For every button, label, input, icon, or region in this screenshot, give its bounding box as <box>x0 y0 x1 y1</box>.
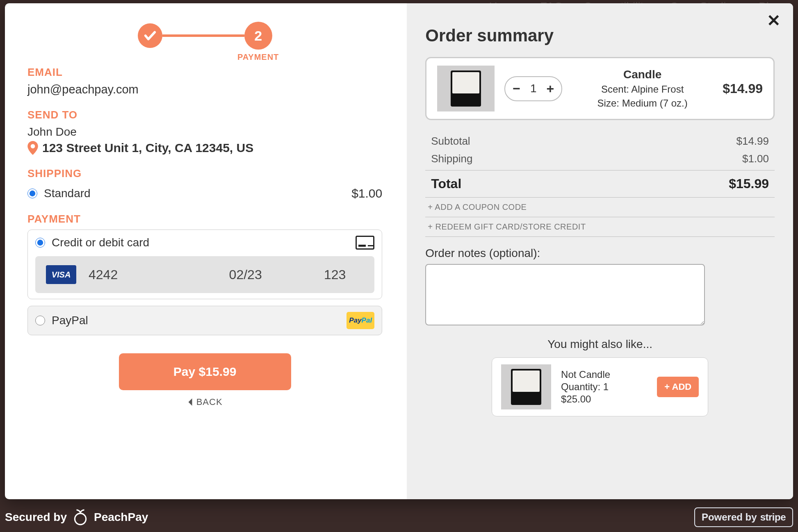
close-button[interactable]: ✕ <box>767 12 781 29</box>
order-summary-panel: ✕ Order summary − 1 + Candle Scent: Alpi… <box>407 3 793 499</box>
payment-option-paypal[interactable]: PayPal PayPal <box>27 306 382 335</box>
sendto-section-label: SEND TO <box>27 109 382 121</box>
stripe-prefix: Powered by <box>702 512 757 523</box>
cart-item-thumbnail <box>437 66 495 111</box>
subtotal-row: Subtotal $14.99 <box>425 132 775 150</box>
recipient-address: 123 Street Unit 1, City, CA 12345, US <box>42 141 253 155</box>
visa-badge: VISA <box>46 265 76 284</box>
secured-by-label: Secured by <box>5 511 67 524</box>
qty-decrement-button[interactable]: − <box>513 81 520 96</box>
checkmark-icon <box>143 29 157 43</box>
qty-increment-button[interactable]: + <box>547 81 554 96</box>
subtotal-label: Subtotal <box>431 135 736 148</box>
cart-item-attr-scent: Scent: Alpine Frost <box>572 84 713 95</box>
shipping-option-price: $1.00 <box>351 186 382 200</box>
quantity-stepper: − 1 + <box>504 76 562 101</box>
upsell-qty: Quantity: 1 <box>561 381 647 393</box>
cart-item-price: $14.99 <box>723 81 763 96</box>
redeem-giftcard-link[interactable]: + REDEEM GIFT CARD/STORE CREDIT <box>425 217 775 237</box>
shipping-sum-value: $1.00 <box>742 152 769 165</box>
total-row: Total $15.99 <box>425 170 775 197</box>
address-row: 123 Street Unit 1, City, CA 12345, US <box>27 141 382 155</box>
secured-by-brand: Secured by PeachPay <box>5 509 148 526</box>
total-value: $15.99 <box>729 176 769 191</box>
chevron-left-icon <box>187 398 193 406</box>
email-section-label: EMAIL <box>27 66 382 79</box>
upsell-title: You might also like... <box>425 338 775 351</box>
back-button[interactable]: BACK <box>187 397 223 407</box>
stripe-wordmark: stripe <box>760 512 786 523</box>
checkout-stepper: 2 PAYMENT <box>27 22 382 50</box>
svg-point-0 <box>75 514 86 525</box>
order-notes-textarea[interactable] <box>425 264 705 325</box>
step-2-current: 2 PAYMENT <box>244 22 272 50</box>
footer-bar: Secured by PeachPay Powered by stripe <box>5 507 793 527</box>
shipping-radio-standard[interactable] <box>27 189 37 198</box>
card-input-row[interactable]: VISA 4242 02/23 123 <box>35 256 374 293</box>
card-expiry-field[interactable]: 02/23 <box>197 267 294 282</box>
upsell-name: Not Candle <box>561 369 647 380</box>
upsell-add-button[interactable]: + ADD <box>657 377 699 397</box>
credit-card-icon <box>356 236 374 250</box>
peachpay-wordmark: PeachPay <box>94 511 148 524</box>
step-1-complete <box>138 23 162 48</box>
shipping-row: Shipping $1.00 <box>425 150 775 168</box>
add-coupon-link[interactable]: + ADD A COUPON CODE <box>425 197 775 217</box>
upsell-thumbnail <box>501 364 551 409</box>
shipping-option-label: Standard <box>44 187 91 200</box>
location-pin-icon <box>27 141 38 155</box>
paypal-icon: PayPal <box>347 312 374 329</box>
card-number-field[interactable]: 4242 <box>89 267 185 282</box>
payment-card-label: Credit or debit card <box>52 236 149 249</box>
shipping-option-standard[interactable]: Standard $1.00 <box>27 186 382 200</box>
checkout-modal: 2 PAYMENT EMAIL john@peachpay.com SEND T… <box>5 3 793 499</box>
shipping-sum-label: Shipping <box>431 152 742 165</box>
order-notes-label: Order notes (optional): <box>425 247 775 260</box>
recipient-name: John Doe <box>27 125 382 139</box>
payment-radio-card[interactable] <box>35 238 45 248</box>
email-value: john@peachpay.com <box>27 83 382 96</box>
cart-item-name: Candle <box>572 68 713 81</box>
pay-button[interactable]: Pay $15.99 <box>119 353 291 390</box>
step-connector <box>162 34 244 37</box>
subtotal-value: $14.99 <box>736 135 769 148</box>
payment-paypal-label: PayPal <box>52 314 88 327</box>
payment-option-card[interactable]: Credit or debit card VISA 4242 02/23 123 <box>27 230 382 299</box>
upsell-card: Not Candle Quantity: 1 $25.00 + ADD <box>492 357 708 416</box>
powered-by-stripe-badge: Powered by stripe <box>694 507 793 527</box>
qty-value: 1 <box>530 82 537 95</box>
shipping-section-label: SHIPPING <box>27 167 382 180</box>
total-label: Total <box>431 176 729 191</box>
card-cvv-field[interactable]: 123 <box>306 267 364 282</box>
back-label: BACK <box>196 397 223 407</box>
cart-item-attr-size: Size: Medium (7 oz.) <box>572 98 713 109</box>
payment-section-label: PAYMENT <box>27 213 382 225</box>
checkout-left-panel: 2 PAYMENT EMAIL john@peachpay.com SEND T… <box>5 3 407 499</box>
step-2-number: 2 <box>254 28 262 44</box>
step-2-label: PAYMENT <box>237 52 279 62</box>
upsell-price: $25.00 <box>561 393 647 405</box>
payment-radio-paypal[interactable] <box>35 316 45 325</box>
order-summary-title: Order summary <box>425 26 775 45</box>
peachpay-logo-icon <box>72 509 89 526</box>
cart-item: − 1 + Candle Scent: Alpine Frost Size: M… <box>425 57 775 120</box>
